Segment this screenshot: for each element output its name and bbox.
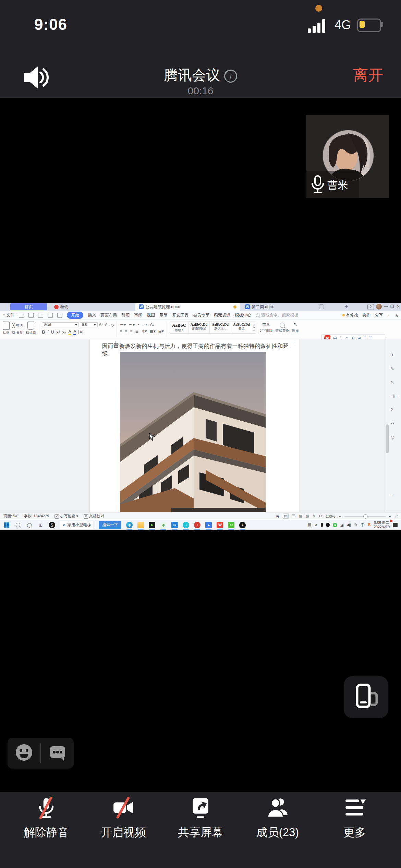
superscript-icon[interactable]: x²	[57, 330, 60, 335]
tray-network-icon[interactable]: ◢	[340, 522, 343, 527]
minimize-button[interactable]: —	[384, 304, 388, 309]
taskbar-search-box[interactable]: e 家用小型电梯	[60, 521, 94, 529]
book-view-icon[interactable]: ▥	[299, 514, 302, 518]
tray-update-icon[interactable]: ⇅	[333, 523, 337, 527]
clear-format-icon[interactable]: ◇	[111, 323, 114, 327]
highlight-color-icon[interactable]: A	[68, 329, 71, 335]
scrollbar-thumb[interactable]	[386, 424, 389, 453]
ie-browser-icon[interactable]: e	[160, 522, 167, 528]
wps-app-icon[interactable]: W	[217, 522, 223, 528]
page-view-icon[interactable]: ▤	[283, 514, 288, 519]
number-list-icon[interactable]: ≕▾	[129, 322, 135, 327]
redo-icon[interactable]	[57, 313, 62, 318]
justify-icon[interactable]: ≣	[135, 329, 138, 334]
zoom-level[interactable]: 100%	[326, 514, 335, 518]
menu-tab-start[interactable]: 开始	[67, 312, 83, 319]
select-button[interactable]: ↖ 选择	[292, 322, 299, 333]
media-player-icon[interactable]: ▶	[149, 522, 155, 528]
window-count-badge[interactable]: 2	[367, 304, 374, 310]
bullet-list-icon[interactable]: ≔▾	[120, 322, 126, 327]
copy-button[interactable]: ⧉ 复制	[12, 330, 23, 335]
fullscreen-icon[interactable]: ⤢	[394, 514, 398, 518]
start-video-button[interactable]: 开启视频	[91, 797, 156, 868]
mail-icon[interactable]: ✉	[171, 522, 178, 528]
participant-tile[interactable]: 曹米	[306, 115, 389, 198]
tray-qq-icon[interactable]	[326, 523, 330, 527]
leave-button[interactable]: 离开	[353, 65, 383, 85]
align-right-icon[interactable]: ≡	[130, 329, 132, 334]
news-tray-icon[interactable]: ▤	[308, 522, 312, 527]
collab-button[interactable]: 协作	[362, 312, 370, 318]
share-button[interactable]: 分享	[375, 312, 383, 318]
search-go-button[interactable]: 搜索一下	[99, 521, 121, 529]
notification-center-icon[interactable]	[393, 523, 398, 527]
wechat-icon[interactable]: ◖◗	[228, 522, 234, 528]
tab-document-1[interactable]: W 公共建筑原理.docx	[135, 303, 240, 311]
style-keypoint[interactable]: AaBbCcDd要点	[231, 322, 252, 333]
subscript-icon[interactable]: x₂	[62, 330, 66, 335]
emoji-reaction-button[interactable]	[14, 743, 34, 763]
tray-sogou-icon[interactable]: S	[368, 522, 370, 527]
spellcheck-toggle[interactable]: ✓拼写检查 ▾	[54, 514, 78, 519]
line-spacing-icon[interactable]: ⇕▾	[141, 329, 147, 334]
assistant-icon[interactable]: ☷	[390, 421, 394, 426]
pinwheel-app-icon[interactable]: S	[49, 522, 55, 528]
netease-music-icon[interactable]: ♪	[194, 522, 200, 528]
style-default-para[interactable]: AaBbCcDd默认段...	[210, 322, 231, 333]
tray-clock[interactable]: 9:06 周二 2022/4/19	[374, 520, 390, 529]
menu-tab-references[interactable]: 引用	[121, 312, 130, 318]
proofread-button[interactable]: ✕文档校对	[84, 514, 104, 519]
format-painter-button[interactable]: 格式刷	[26, 322, 36, 335]
rotate-screen-button[interactable]	[344, 676, 388, 718]
print-icon[interactable]	[28, 313, 34, 318]
adjust-icon[interactable]: ⊣⊢	[390, 394, 398, 399]
edge-icon[interactable]: e	[126, 522, 133, 528]
collapse-ribbon-icon[interactable]: ∧	[395, 313, 398, 318]
chat-button[interactable]	[48, 743, 67, 763]
font-color-icon[interactable]: A	[73, 329, 76, 335]
shading-icon[interactable]: ▦▾	[149, 329, 155, 334]
tab-document-2[interactable]: W 第二周.docx	[242, 303, 327, 311]
underline-button[interactable]: U	[51, 330, 54, 335]
account-avatar[interactable]	[376, 304, 382, 310]
pointer-icon[interactable]: ↖	[390, 380, 394, 385]
tray-expand-icon[interactable]: ∧	[315, 522, 318, 527]
sort-icon[interactable]: A↓	[150, 322, 155, 327]
unmute-button[interactable]: 解除静音	[14, 797, 79, 868]
navigate-icon[interactable]: ◎	[390, 435, 394, 440]
style-normal-web[interactable]: AaBbCcDd普通(网站)	[189, 322, 210, 333]
italic-button[interactable]: I	[47, 329, 49, 335]
file-explorer-icon[interactable]	[137, 522, 144, 528]
cortana-icon[interactable]: ◯	[26, 522, 33, 528]
info-icon[interactable]: i	[224, 70, 237, 83]
share-screen-button[interactable]: 共享屏幕	[168, 797, 233, 868]
outline-view-icon[interactable]: ☰	[292, 514, 295, 518]
cloud-app-icon[interactable]: ▲	[205, 522, 212, 528]
style-heading4[interactable]: AaBbC标题 4	[170, 322, 189, 333]
members-button[interactable]: 成员(23)	[245, 797, 310, 868]
music-app-icon[interactable]: ♪	[183, 522, 189, 528]
styles-scroll[interactable]: ▴▾≡	[252, 322, 256, 333]
menu-tab-templates[interactable]: 模板中心	[235, 312, 251, 318]
tray-pen-icon[interactable]: ✎	[354, 522, 357, 527]
taskbar-search-icon[interactable]	[15, 522, 21, 528]
outdent-icon[interactable]: ⇤	[137, 322, 141, 327]
zoom-slider[interactable]	[344, 516, 386, 517]
word-count[interactable]: 字数: 184/4229	[24, 514, 49, 519]
grow-font-icon[interactable]: A⁺	[99, 323, 104, 327]
char-border-icon[interactable]: A	[78, 330, 83, 334]
windows-start-button[interactable]	[3, 522, 10, 528]
indent-icon[interactable]: ⇥	[144, 322, 147, 327]
zoom-out-button[interactable]: −	[339, 514, 341, 518]
align-left-icon[interactable]: ≡	[120, 329, 122, 334]
tab-docer[interactable]: 稻壳	[54, 303, 69, 311]
menu-tab-member[interactable]: 会员专享	[193, 312, 209, 318]
menu-tab-developer[interactable]: 开发工具	[172, 312, 189, 318]
tab-wps-home[interactable]: 首页	[10, 303, 47, 310]
maximize-button[interactable]: ❐	[390, 304, 394, 309]
web-view-icon[interactable]: ◍	[306, 514, 309, 518]
document-photo-building[interactable]	[120, 352, 266, 512]
more-menu-icon[interactable]: ⋮	[387, 313, 391, 318]
cut-button[interactable]: ╳ 剪切	[12, 323, 23, 328]
menu-tab-review[interactable]: 审阅	[134, 312, 142, 318]
